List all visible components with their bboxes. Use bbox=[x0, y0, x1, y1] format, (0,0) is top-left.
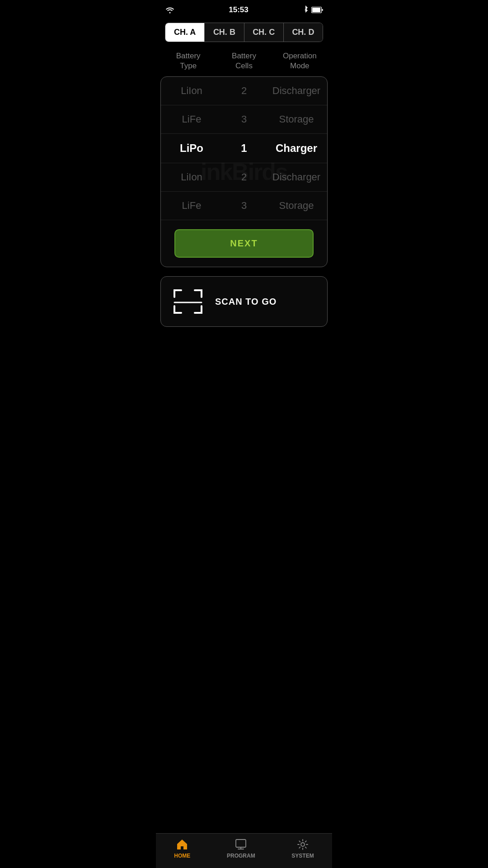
svg-point-6 bbox=[301, 843, 305, 846]
picker-cell-cells-4: 2 bbox=[218, 171, 270, 183]
scan-label: SCAN TO GO bbox=[215, 297, 277, 307]
picker-row-5[interactable]: LiFe 3 Storage bbox=[161, 192, 327, 220]
nav-program-label: PROGRAM bbox=[227, 853, 255, 859]
next-button[interactable]: NEXT bbox=[174, 229, 314, 258]
picker-cell-type-1: LiIon bbox=[165, 85, 218, 97]
picker-cell-cells-2: 3 bbox=[218, 113, 270, 125]
picker-container: inkBirds LiIon 2 Discharger LiFe 3 Stora… bbox=[160, 76, 328, 267]
header-operation-mode: OperationMode bbox=[272, 51, 328, 71]
picker-cell-mode-1: Discharger bbox=[270, 85, 323, 97]
picker-cell-type-5: LiFe bbox=[165, 200, 218, 212]
picker-cell-mode-4: Discharger bbox=[270, 171, 323, 183]
scan-icon bbox=[170, 286, 206, 317]
scan-section[interactable]: SCAN TO GO bbox=[160, 276, 328, 327]
home-icon bbox=[176, 838, 188, 851]
nav-home[interactable]: HOME bbox=[174, 838, 190, 859]
header-battery-cells: BatteryCells bbox=[216, 51, 272, 71]
bottom-nav: HOME PROGRAM SYSTEM bbox=[156, 833, 332, 868]
nav-program[interactable]: PROGRAM bbox=[227, 838, 255, 859]
picker-cell-cells-1: 2 bbox=[218, 85, 270, 97]
picker-cell-cells-5: 3 bbox=[218, 200, 270, 212]
channel-tab-a[interactable]: CH. A bbox=[165, 23, 205, 42]
status-right-icons bbox=[302, 5, 323, 14]
picker-cell-mode-3: Charger bbox=[270, 142, 323, 155]
nav-system-label: SYSTEM bbox=[291, 853, 314, 859]
battery-icon bbox=[311, 7, 323, 13]
next-button-wrapper: NEXT bbox=[161, 220, 327, 267]
picker-row-4[interactable]: LiIon 2 Discharger bbox=[161, 163, 327, 192]
system-icon bbox=[296, 838, 309, 851]
channel-tab-b[interactable]: CH. B bbox=[205, 23, 244, 42]
program-icon bbox=[235, 838, 247, 851]
picker-cell-mode-5: Storage bbox=[270, 200, 323, 212]
nav-home-label: HOME bbox=[174, 853, 190, 859]
column-headers: BatteryType BatteryCells OperationMode bbox=[156, 51, 332, 76]
channel-tab-d[interactable]: CH. D bbox=[284, 23, 323, 42]
wifi-status bbox=[165, 6, 175, 14]
status-time: 15:53 bbox=[229, 5, 248, 14]
header-battery-type: BatteryType bbox=[160, 51, 216, 71]
picker-cell-cells-3: 1 bbox=[218, 142, 270, 155]
picker-row-2[interactable]: LiFe 3 Storage bbox=[161, 105, 327, 134]
channel-tabs[interactable]: CH. A CH. B CH. C CH. D bbox=[165, 23, 323, 42]
picker-cell-type-4: LiIon bbox=[165, 171, 218, 183]
picker-row-1[interactable]: LiIon 2 Discharger bbox=[161, 77, 327, 105]
picker-row-3-selected[interactable]: LiPo 1 Charger bbox=[161, 134, 327, 163]
picker-cell-type-2: LiFe bbox=[165, 113, 218, 125]
channel-tab-c[interactable]: CH. C bbox=[244, 23, 284, 42]
svg-rect-3 bbox=[236, 840, 246, 847]
nav-system[interactable]: SYSTEM bbox=[291, 838, 314, 859]
svg-rect-1 bbox=[312, 8, 320, 12]
picker-cell-mode-2: Storage bbox=[270, 113, 323, 125]
status-bar: 15:53 bbox=[156, 0, 332, 18]
bluetooth-icon bbox=[302, 5, 309, 14]
picker-cell-type-3: LiPo bbox=[165, 142, 218, 155]
